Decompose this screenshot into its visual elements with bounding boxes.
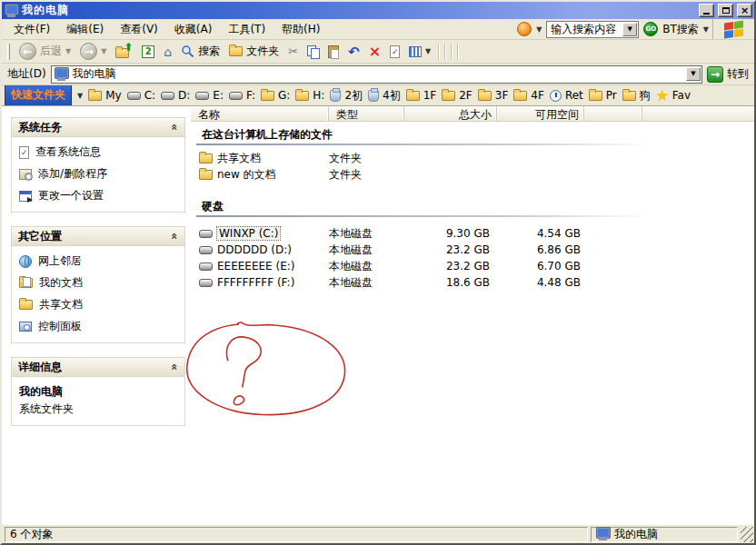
place-my-documents[interactable]: 我的文档 (19, 275, 181, 291)
quick-item-4f[interactable]: 4F (513, 89, 544, 102)
home-button[interactable]: ⌂ (162, 45, 174, 59)
resize-grip[interactable] (741, 527, 753, 542)
search-input-value[interactable]: 输入搜索内容 (547, 22, 622, 37)
go-search-icon[interactable]: GO (643, 22, 658, 36)
minimize-button[interactable] (699, 4, 714, 17)
chevron-down-icon[interactable]: ▼ (101, 47, 106, 55)
change-setting-icon (19, 191, 32, 202)
chevron-down-icon[interactable]: ▼ (77, 92, 83, 100)
search-input[interactable]: 输入搜索内容 ▼ (546, 21, 639, 38)
address-value[interactable]: 我的电脑 (73, 66, 681, 82)
collapse-chevron-icon[interactable]: « (168, 124, 181, 131)
menu-tools[interactable]: 工具(T) (220, 19, 274, 40)
place-control-panel[interactable]: 控制面板 (19, 319, 181, 334)
column-header-filler (584, 106, 642, 121)
other-places-header[interactable]: 其它位置 « (12, 227, 184, 246)
column-header-type[interactable]: 类型 (329, 106, 404, 121)
file-row-shared-docs[interactable]: 共享文档 文件夹 (191, 150, 754, 166)
drive-name[interactable]: DDDDDD (D:) (217, 243, 292, 256)
quick-folders-button[interactable]: 快速文件夹 (5, 85, 72, 106)
menu-file[interactable]: 文件(F) (5, 19, 58, 40)
quick-item-h[interactable]: H: (295, 89, 324, 102)
menu-view[interactable]: 查看(V) (112, 19, 166, 40)
quick-item-1f[interactable]: 1F (406, 89, 437, 102)
quick-item-my[interactable]: My (88, 89, 121, 102)
plugin-2-button[interactable]: 2 (140, 45, 156, 59)
task-change-setting[interactable]: 更改一个设置 (19, 188, 181, 203)
task-add-remove-programs[interactable]: 添加/删除程序 (19, 166, 181, 182)
task-view-system-info[interactable]: 查看系统信息 (19, 144, 181, 160)
column-header-name[interactable]: 名称 (191, 106, 329, 121)
search-button[interactable]: 搜索 (179, 43, 222, 60)
address-dropdown-button[interactable]: ▼ (686, 67, 701, 81)
chevron-down-icon[interactable]: ▼ (425, 47, 431, 55)
undo-button[interactable]: ↶ (346, 45, 362, 59)
bt-search-label[interactable]: BT搜索 (662, 22, 699, 37)
paste-button[interactable] (326, 45, 341, 59)
search-engine-icon[interactable] (517, 22, 532, 36)
quick-item-e[interactable]: E: (195, 89, 224, 102)
toolbar-grip[interactable] (7, 44, 10, 60)
quick-item-g[interactable]: G: (261, 89, 290, 102)
quick-item-ret[interactable]: Ret (550, 89, 583, 102)
column-header-free[interactable]: 可用空间 (497, 106, 584, 121)
place-network[interactable]: 网上邻居 (19, 253, 181, 269)
up-button[interactable]: ⬆ (114, 44, 134, 59)
search-dropdown-button[interactable]: ▼ (622, 23, 637, 36)
details-item-desc: 系统文件夹 (19, 401, 181, 417)
menu-edit[interactable]: 编辑(E) (58, 19, 112, 40)
quick-item-pr[interactable]: Pr (589, 89, 617, 102)
chevron-down-icon[interactable]: ▼ (703, 25, 709, 34)
forward-icon: → (80, 43, 97, 60)
quick-item-dog[interactable]: 狗 (622, 88, 651, 104)
close-button[interactable]: × (737, 4, 752, 17)
folder-icon (199, 154, 213, 164)
collapse-chevron-icon[interactable]: « (168, 233, 181, 240)
go-button[interactable]: → 转到 (707, 66, 751, 83)
title-bar[interactable]: 我的电脑 × (2, 2, 754, 19)
drive-row-e[interactable]: EEEEEEEE (E:) 本地磁盘 23.2 GB 6.70 GB (191, 258, 754, 274)
quick-item-d[interactable]: D: (161, 89, 190, 102)
menu-help[interactable]: 帮助(H) (274, 19, 328, 40)
drive-name[interactable]: EEEEEEEE (E:) (217, 260, 294, 272)
place-shared-documents[interactable]: 共享文档 (19, 297, 181, 312)
star-icon (656, 90, 669, 102)
drive-row-c[interactable]: WINXP (C:) 本地磁盘 9.30 GB 4.54 GB (191, 225, 754, 242)
chevron-down-icon[interactable]: ▼ (65, 47, 71, 55)
disk-icon (229, 92, 243, 100)
address-bar: 地址(D) 我的电脑 ▼ → 转到 (2, 64, 754, 85)
drive-row-f[interactable]: FFFFFFFFF (F:) 本地磁盘 18.6 GB 4.48 GB (191, 274, 754, 291)
address-combo[interactable]: 我的电脑 ▼ (51, 65, 702, 84)
quick-item-c[interactable]: C: (127, 89, 155, 102)
delete-button[interactable]: × (367, 45, 383, 59)
quick-item-fav[interactable]: Fav (656, 89, 691, 102)
maximize-button[interactable] (718, 4, 733, 17)
column-header-size[interactable]: 总大小 (404, 106, 497, 121)
folders-button[interactable]: 文件夹 (227, 43, 281, 60)
collapse-chevron-icon[interactable]: « (168, 363, 181, 371)
quick-item-3f[interactable]: 3F (478, 89, 509, 102)
drive-row-d[interactable]: DDDDDD (D:) 本地磁盘 23.2 GB 6.86 GB (191, 242, 754, 258)
views-icon (409, 46, 422, 57)
task-sidebar: 系统任务 « 查看系统信息 添加/删除程序 更改一个设置 (2, 106, 191, 524)
copy-button[interactable] (305, 45, 321, 59)
drive-name[interactable]: WINXP (C:) (217, 227, 280, 240)
folder-icon (261, 91, 274, 101)
forward-button[interactable]: → ▼ (78, 42, 108, 61)
quick-item-f[interactable]: F: (229, 89, 255, 102)
menu-favorites[interactable]: 收藏(A) (166, 19, 221, 40)
checkmark-doc-button[interactable] (388, 45, 402, 59)
disk-icon (199, 230, 213, 238)
quick-item-2f[interactable]: 2F (442, 89, 472, 102)
views-button[interactable]: ▼ (407, 45, 433, 58)
drive-name[interactable]: FFFFFFFFF (F:) (217, 276, 294, 289)
file-row-new-docs[interactable]: new 的文档 文件夹 (191, 166, 754, 183)
details-header[interactable]: 详细信息 « (12, 358, 184, 377)
back-button[interactable]: ← 后退 ▼ (17, 42, 73, 61)
quick-item-2chu[interactable]: 2初 (330, 88, 363, 104)
system-tasks-header[interactable]: 系统任务 « (12, 118, 184, 137)
jar-icon (330, 90, 341, 102)
quick-item-4chu[interactable]: 4初 (368, 88, 401, 104)
chevron-down-icon[interactable]: ▼ (536, 25, 542, 34)
cut-button[interactable]: ✂ (286, 44, 300, 59)
